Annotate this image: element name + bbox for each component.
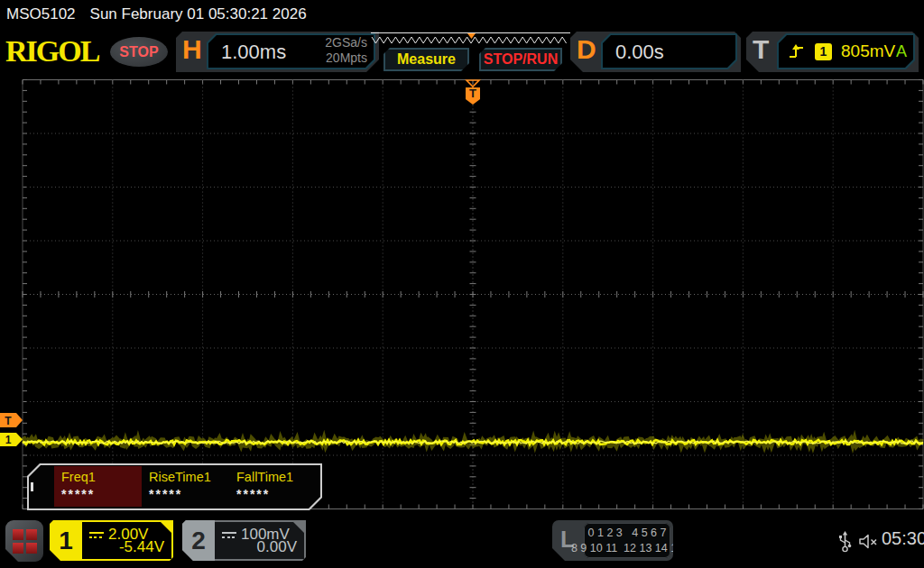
delay-label: D xyxy=(577,34,596,65)
trigger-position-flag-label: T xyxy=(469,87,476,100)
logic-channels-box[interactable]: L 0 1 2 3 4 5 6 7 8 9 10 11 12 13 14 15 xyxy=(552,520,673,561)
waveform-overview-strip[interactable] xyxy=(371,32,570,46)
speaker-muted-icon xyxy=(858,533,881,550)
measurement-panel[interactable]: Freq1 ***** RiseTime1 ***** FallTime1 **… xyxy=(27,463,322,510)
datetime: Sun February 01 05:30:21 2026 xyxy=(90,5,307,23)
delay-pane[interactable]: D 0.00s xyxy=(570,32,741,72)
trigger-level-marker[interactable]: T xyxy=(0,413,23,427)
trigger-mode: A xyxy=(896,42,907,61)
trigger-level-value: 805mV xyxy=(841,41,895,61)
measurement-value: ***** xyxy=(236,487,317,501)
measurement-label: Freq1 xyxy=(61,470,142,484)
bottom-status-bar: 1 2.00V -5.44V 2 100mV 0.00V L xyxy=(0,514,924,568)
clock: 05:30 xyxy=(882,528,924,549)
channel1-number: 1 xyxy=(50,520,82,561)
channel1-box[interactable]: 1 2.00V -5.44V xyxy=(50,520,173,561)
menu-grid-icon[interactable] xyxy=(5,520,43,562)
channel2-offset: 0.00V xyxy=(257,538,297,556)
horizontal-settings-pane[interactable]: H 1.00ms 2GSa/s 20Mpts xyxy=(176,32,379,72)
channel1-position-marker-label: 1 xyxy=(5,434,12,446)
rigol-logo: RIGOL xyxy=(5,34,98,69)
stop-run-button[interactable]: STOP/RUN xyxy=(479,48,562,71)
acquisition-info: 2GSa/s 20Mpts xyxy=(325,35,367,66)
model-name: MSO5102 xyxy=(6,5,76,23)
top-status-bar: MSO5102 Sun February 01 05:30:21 2026 xyxy=(0,0,924,29)
measure-button[interactable]: Measure xyxy=(383,48,469,71)
measurement-item-risetime1[interactable]: RiseTime1 ***** xyxy=(142,466,229,507)
measurement-panel-handle[interactable] xyxy=(31,482,33,491)
sample-rate: 2GSa/s xyxy=(325,35,367,50)
timebase-value: 1.00ms xyxy=(221,41,286,64)
channel2-box[interactable]: 2 100mV 0.00V xyxy=(182,520,306,561)
channel1-position-marker[interactable]: 1 xyxy=(0,433,23,446)
dc-coupling-icon xyxy=(89,532,104,538)
measurement-value: ***** xyxy=(149,487,229,501)
trigger-position-flag[interactable]: T xyxy=(466,80,480,105)
channel1-offset: -5.44V xyxy=(119,538,164,556)
dc-coupling-icon xyxy=(222,532,236,538)
acquisition-state-badge: STOP xyxy=(110,37,168,67)
rising-edge-icon xyxy=(788,43,806,60)
oscilloscope-screen: MSO5102 Sun February 01 05:30:21 2026 RI… xyxy=(0,0,924,568)
measurement-label: FallTime1 xyxy=(236,470,317,484)
measurement-item-falltime1[interactable]: FallTime1 ***** xyxy=(229,466,317,507)
delay-value: 0.00s xyxy=(615,41,664,64)
overview-waveform-icon xyxy=(371,33,570,46)
trigger-label: T xyxy=(753,34,769,65)
channel2-number: 2 xyxy=(182,520,215,561)
trigger-source-badge: 1 xyxy=(815,43,832,60)
memory-depth: 20Mpts xyxy=(325,50,367,66)
measurement-label: RiseTime1 xyxy=(149,470,229,484)
trigger-level-marker-label: T xyxy=(5,415,12,427)
measurement-value: ***** xyxy=(61,487,142,501)
trigger-pane[interactable]: T 1 805mV A xyxy=(746,32,919,72)
logic-row-1: 0 1 2 3 4 5 6 7 xyxy=(588,526,667,541)
logic-channel-list: 0 1 2 3 4 5 6 7 8 9 10 11 12 13 14 15 xyxy=(584,523,670,558)
header-bar: RIGOL STOP H 1.00ms 2GSa/s 20Mpts Measur… xyxy=(0,29,924,76)
logic-row-2: 8 9 10 11 12 13 14 15 xyxy=(571,541,683,556)
horizontal-label: H xyxy=(182,34,202,65)
usb-icon xyxy=(838,529,852,554)
measurement-item-freq1[interactable]: Freq1 ***** xyxy=(54,466,142,507)
